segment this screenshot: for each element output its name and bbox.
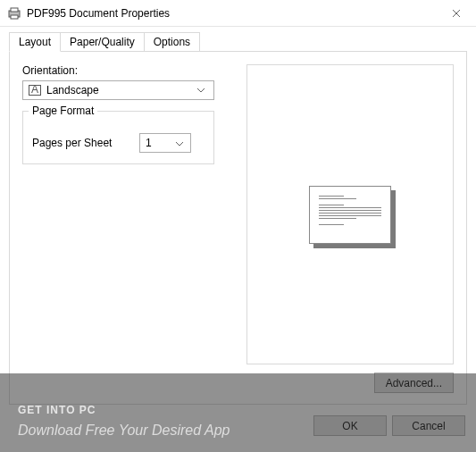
chevron-down-icon [194,88,208,93]
tab-layout-label: Layout [19,36,51,48]
tab-options-label: Options [154,36,190,48]
printer-icon [7,6,21,21]
layout-preview [246,64,454,364]
tab-layout[interactable]: Layout [9,32,61,52]
ok-button-label: OK [342,420,357,432]
pages-per-sheet-label: Pages per Sheet [32,137,139,149]
dialog-body: Layout Paper/Quality Options Orientation… [0,27,476,405]
tab-paper-quality[interactable]: Paper/Quality [60,32,145,52]
tab-options[interactable]: Options [144,32,200,52]
advanced-row: Advanced... [374,372,454,393]
svg-rect-2 [11,15,18,19]
close-button[interactable] [436,0,476,27]
tab-strip: Layout Paper/Quality Options [9,32,467,52]
window-title: PDF995 Document Properties [27,7,170,20]
pages-per-sheet-dropdown[interactable]: 1 [139,133,191,153]
cancel-button[interactable]: Cancel [392,415,465,436]
advanced-button[interactable]: Advanced... [374,372,454,393]
ok-button[interactable]: OK [313,415,387,436]
orientation-value: Landscape [46,84,194,96]
tab-panel-layout: Orientation: A Landscape Page Format Pag… [9,51,467,405]
orientation-dropdown[interactable]: A Landscape [22,80,214,100]
page-format-legend: Page Format [29,105,97,117]
pages-per-sheet-value: 1 [146,137,174,149]
svg-text:A: A [31,85,38,96]
cancel-button-label: Cancel [412,420,445,432]
dialog-buttons: OK Cancel [313,415,465,436]
svg-rect-1 [11,8,18,12]
landscape-icon: A [29,84,41,96]
page-format-group: Page Format Pages per Sheet 1 [22,111,214,164]
advanced-button-label: Advanced... [386,377,442,389]
titlebar: PDF995 Document Properties [0,0,476,27]
page-preview [309,186,391,244]
chevron-down-icon [174,137,185,149]
tab-paper-quality-label: Paper/Quality [70,36,135,48]
